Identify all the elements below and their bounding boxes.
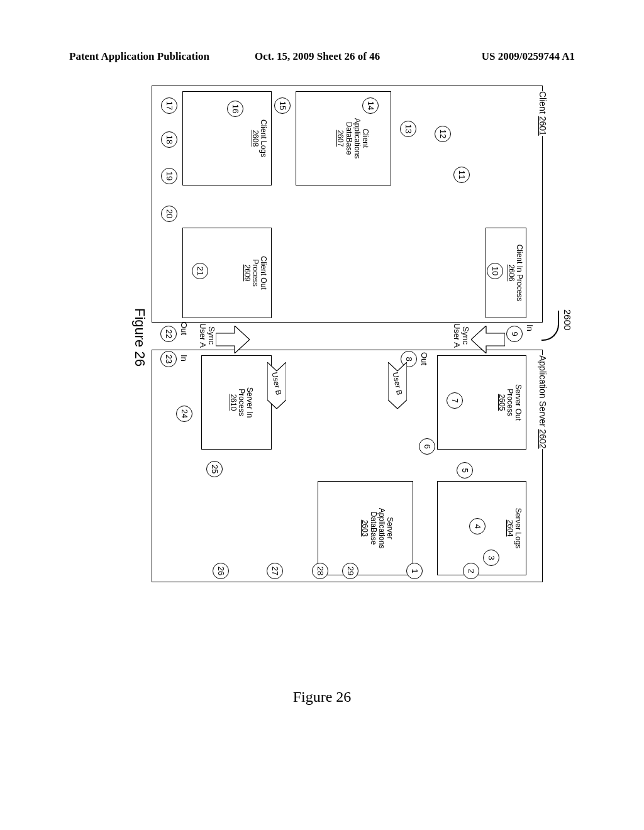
label-out-top: Out <box>419 352 428 365</box>
step-3: 3 <box>483 550 499 566</box>
label-in-bottom: In <box>179 355 188 362</box>
sync-up-label: SyncUser A <box>197 323 216 348</box>
step-13: 13 <box>400 121 416 137</box>
server-logs-box: Server Logs 2604 3 4 <box>437 481 526 575</box>
application-server-title-text: Application Server <box>538 355 548 427</box>
step-4: 4 <box>469 518 486 534</box>
sync-up-arrow-icon <box>213 326 250 353</box>
step-27: 27 <box>267 563 283 579</box>
server-in-process-box: Server In Process 2610 <box>201 355 272 450</box>
figure-26-label-rotated: Figure 26 <box>131 308 148 367</box>
step-7: 7 <box>447 392 463 409</box>
svg-marker-0 <box>471 326 505 353</box>
step-9: 9 <box>506 326 523 342</box>
server-logs-label: Server Logs 2604 <box>506 484 522 572</box>
server-in-process-label: Server In Process 2610 <box>228 358 253 446</box>
step-20: 20 <box>161 206 177 222</box>
step-25: 25 <box>206 461 223 477</box>
ref-2600-arrow-icon <box>541 311 559 341</box>
step-6: 6 <box>419 438 435 455</box>
step-10: 10 <box>487 263 503 279</box>
step-5: 5 <box>457 462 473 479</box>
client-db-title: Client Applications DataBase <box>345 118 370 159</box>
server-db-box: Server Applications DataBase 2603 <box>318 481 413 575</box>
step-15: 15 <box>274 97 291 114</box>
client-title-num: 2601 <box>538 116 548 136</box>
client-out-process-label: Client Out Process 2609 <box>242 231 267 315</box>
application-server-title-num: 2602 <box>538 429 548 449</box>
client-frame: Client 2601 Client In Process 2606 10 Cl… <box>152 86 543 323</box>
sync-down-label: SyncUser A <box>452 323 470 348</box>
client-logs-box: Client Logs 2608 16 <box>182 91 272 185</box>
client-in-process-box: Client In Process 2606 10 <box>486 228 526 318</box>
step-11: 11 <box>453 167 470 183</box>
step-24: 24 <box>176 406 192 422</box>
client-in-process-label: Client In Process 2606 <box>507 231 523 315</box>
step-17: 17 <box>161 97 177 114</box>
step-1: 1 <box>406 563 423 579</box>
step-23: 23 <box>160 351 177 367</box>
server-db-label: Server Applications DataBase 2603 <box>360 484 394 572</box>
step-21: 21 <box>192 263 208 279</box>
step-26: 26 <box>213 563 229 579</box>
header-right: US 2009/0259744 A1 <box>482 50 575 63</box>
application-server-title: Application Server 2602 <box>538 355 548 449</box>
header-mid: Oct. 15, 2009 Sheet 26 of 46 <box>255 50 380 63</box>
figure-26-diagram: 2600 Client 2601 Client In Process 2606 … <box>150 86 550 581</box>
client-title-text: Client <box>538 91 548 114</box>
label-in-top: In <box>525 324 534 331</box>
step-29: 29 <box>342 563 358 579</box>
figure-26-caption: Figure 26 <box>0 689 644 706</box>
label-out-bottom: Out <box>179 322 188 335</box>
step-22: 22 <box>160 326 177 342</box>
step-19: 19 <box>161 168 177 184</box>
client-title: Client 2601 <box>538 91 548 136</box>
application-server-frame: Application Server 2602 Server Logs 2604… <box>152 350 543 582</box>
step-14: 14 <box>362 97 379 114</box>
ref-2600-label: 2600 <box>562 309 573 330</box>
server-out-process-label: Server Out Process 2605 <box>497 358 522 446</box>
client-logs-label: Client Logs 2608 <box>251 94 267 182</box>
step-16: 16 <box>227 101 243 117</box>
client-out-process-box: Client Out Process 2609 21 <box>182 228 272 318</box>
header-left: Patent Application Publication <box>69 50 209 63</box>
step-28: 28 <box>312 563 328 579</box>
sync-down-arrow-icon <box>469 326 505 353</box>
step-18: 18 <box>161 131 177 148</box>
svg-marker-1 <box>216 326 250 353</box>
step-12: 12 <box>435 126 451 142</box>
page: Patent Application Publication Oct. 15, … <box>0 0 644 830</box>
user-b-flag-top-icon: User B <box>388 362 407 409</box>
user-b-flag-bottom-icon: User B <box>267 362 286 409</box>
step-2: 2 <box>463 563 479 579</box>
server-out-process-box: Server Out Process 2605 7 <box>437 355 526 450</box>
diagram-rotator: 2600 Client 2601 Client In Process 2606 … <box>102 132 599 534</box>
